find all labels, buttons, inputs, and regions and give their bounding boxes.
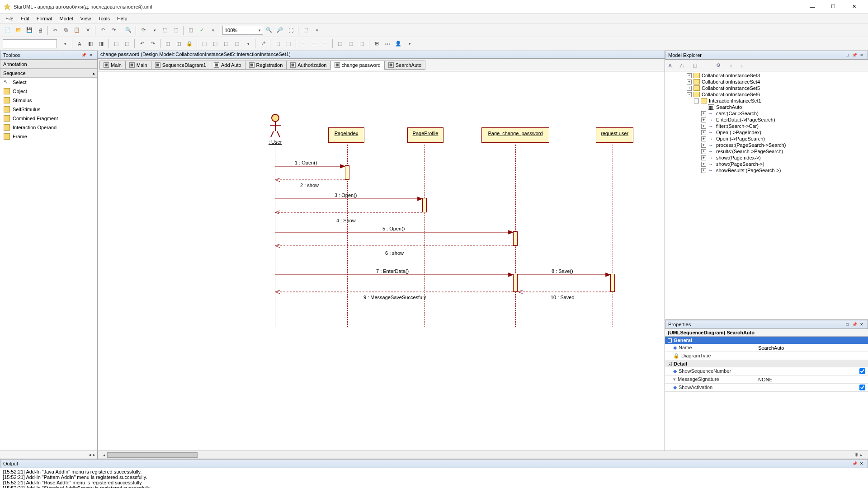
tree-toggle[interactable]: + (701, 155, 706, 160)
tree-node[interactable]: +filter:(Search->Car) (665, 123, 868, 129)
actor-user[interactable]: : User (269, 114, 282, 145)
bring-front-button[interactable]: ⬚ (111, 39, 121, 49)
zoom-combo[interactable]: 100%▾ (222, 26, 263, 35)
refresh-dropdown[interactable] (149, 25, 159, 35)
delete-button[interactable]: ✕ (83, 25, 93, 35)
msg-4[interactable]: 4 : Show (336, 218, 356, 223)
person-button[interactable]: 👤 (393, 39, 403, 49)
resize-button[interactable]: ⬚ (232, 39, 242, 49)
menu-help[interactable]: Help (113, 15, 131, 22)
toolbox-item-select[interactable]: ↖Select (0, 78, 97, 87)
tree-node[interactable]: +CollaborationInstanceSet5 (665, 85, 868, 91)
tree-node[interactable]: +process:(PageSearch->Search) (665, 142, 868, 148)
maximize-icon[interactable]: □ (844, 52, 850, 58)
tree-toggle[interactable]: + (701, 136, 706, 141)
msg-8[interactable]: 8 : Save() (552, 268, 573, 274)
tree-node[interactable]: +Open:(->PageIndex) (665, 129, 868, 136)
tree-node[interactable]: -InteractionInstanceSet1 (665, 98, 868, 104)
group-button[interactable]: ◫ (163, 39, 173, 49)
msg-9[interactable]: 9 : MessageSaveSuccesfuly (363, 295, 426, 300)
verify-button[interactable]: ✓ (197, 25, 207, 35)
category-detail[interactable]: -Detail (665, 360, 868, 367)
close-button[interactable]: ✕ (844, 0, 864, 14)
distribute-h-button[interactable]: ⬚ (335, 39, 345, 49)
scroll-add-icon[interactable]: ⊕ (854, 452, 859, 458)
diagram-tab-change-password[interactable]: ▦change password (330, 61, 385, 70)
activation[interactable] (513, 274, 518, 292)
toolbox-resizer[interactable]: ◂ ▸ (0, 451, 98, 459)
tree-toggle[interactable]: + (701, 111, 706, 116)
tree-node[interactable]: +show:(PageIndex->) (665, 155, 868, 161)
tree-toggle[interactable]: + (701, 143, 706, 148)
distribute-v-button[interactable]: ⬚ (346, 39, 356, 49)
nowrap-button[interactable]: ⬚ (210, 39, 220, 49)
diagram-button[interactable]: ◫ (186, 25, 196, 35)
send-back-button[interactable]: ⬚ (122, 39, 132, 49)
diagram-tab-registration[interactable]: ▦Registration (245, 61, 287, 70)
canvas[interactable]: : User PageIndex PageProfile Page_change… (98, 71, 665, 450)
autosize-button[interactable]: ⬚ (221, 39, 231, 49)
tree-toggle[interactable]: + (701, 149, 706, 154)
msg-2[interactable]: 2 : show (300, 183, 319, 188)
copy-button[interactable]: ⧉ (61, 25, 71, 35)
sequence-header[interactable]: Sequence ▴ (0, 69, 97, 78)
toolbox-item-stimulus[interactable]: Stimulus (0, 96, 97, 105)
activation[interactable] (513, 231, 518, 246)
msg-10[interactable]: 10 : Saved (551, 295, 575, 300)
tool-a-button[interactable]: ⬚ (160, 25, 170, 35)
pin-icon[interactable]: 📌 (851, 321, 858, 328)
pin-icon[interactable]: 📌 (851, 52, 858, 58)
close-icon[interactable]: ✕ (859, 460, 865, 467)
activation[interactable] (422, 198, 427, 212)
maximize-icon[interactable]: □ (844, 321, 850, 328)
model-tree[interactable]: +CollaborationInstanceSet3+Collaboration… (665, 71, 868, 319)
tool-b-button[interactable]: ⬚ (171, 25, 181, 35)
lock-button[interactable]: 🔒 (184, 39, 194, 49)
diagram-tab-main[interactable]: ▦Main (125, 61, 151, 70)
tree-toggle[interactable]: + (701, 168, 706, 173)
align-center-button[interactable]: ≡ (309, 39, 319, 49)
menu-file[interactable]: File (2, 15, 17, 22)
person-dropdown[interactable] (404, 39, 414, 49)
new-button[interactable]: 📄 (3, 25, 13, 35)
msg-1[interactable]: 1 : Open() (295, 160, 317, 165)
tree-toggle[interactable]: + (687, 86, 692, 91)
sort-za-button[interactable]: Z↓ (678, 61, 687, 70)
toolbox-item-selfstimulus[interactable]: SelfStimulus (0, 105, 97, 114)
tree-node[interactable]: +Open:(->PageSearch) (665, 136, 868, 142)
output-body[interactable]: [15:52:21] Add-In "Java AddIn" menu is r… (0, 468, 868, 488)
diagram-tab-authorization[interactable]: ▦Authorization (286, 61, 330, 70)
lifeline-request-user[interactable]: request.user (596, 127, 633, 143)
tree-node[interactable]: +results:(Search->PageSearch) (665, 148, 868, 155)
gear-icon[interactable]: ⚙ (714, 61, 723, 70)
msg-6[interactable]: 6 : show (385, 250, 404, 256)
tree-toggle[interactable]: + (687, 80, 692, 84)
toolbox-item-interaction-operand[interactable]: Interaction Operand (0, 123, 97, 132)
diagram-tab-add-auto[interactable]: ▦Add Auto (210, 61, 245, 70)
hierarchy-button[interactable]: ⎇ (258, 39, 268, 49)
rotate-left-button[interactable]: ↶ (137, 39, 147, 49)
undo-button[interactable]: ↶ (98, 25, 108, 35)
tree-toggle[interactable]: + (701, 117, 706, 122)
pin-icon[interactable]: 📌 (851, 460, 858, 467)
rotate-right-button[interactable]: ↷ (148, 39, 158, 49)
prop-row-diagramtype[interactable]: 🔒DiagramType (665, 352, 868, 360)
save-button[interactable]: 💾 (24, 25, 34, 35)
cut-button[interactable]: ✂ (50, 25, 60, 35)
showact-checkbox[interactable] (859, 385, 865, 390)
ungroup-button[interactable]: ◫ (174, 39, 184, 49)
zoom-out-button[interactable]: 🔍 (264, 25, 274, 35)
h-scrollbar[interactable]: ◂ ⊕ ▸ (98, 451, 868, 459)
prop-row-showseq[interactable]: ◆ShowSequenceNumber (665, 367, 868, 375)
line-color-button[interactable]: ◨ (96, 39, 106, 49)
tree-toggle[interactable]: - (687, 92, 692, 97)
font-button[interactable]: A (75, 39, 85, 49)
sort-az-button[interactable]: A↓ (667, 61, 676, 70)
prop-row-msgsig[interactable]: ▾MessageSignature NONE (665, 375, 868, 384)
msg-7[interactable]: 7 : EnterData() (376, 268, 409, 274)
tree-node[interactable]: +showResults:(PageSearch->) (665, 167, 868, 174)
tree-node[interactable]: +CollaborationInstanceSet3 (665, 72, 868, 79)
tree-toggle[interactable]: + (701, 162, 706, 167)
find-button[interactable]: 🔍 (123, 25, 133, 35)
prop-row-name[interactable]: ◆Name SearchAuto (665, 344, 868, 352)
